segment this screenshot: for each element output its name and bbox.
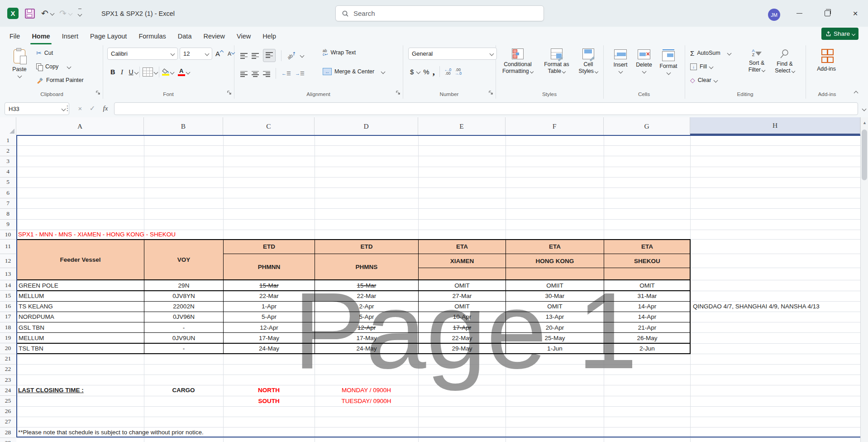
cell-A15[interactable]: MELLUM [16, 291, 144, 302]
decrease-indent-button[interactable]: ←☰ [281, 71, 291, 77]
cell-A18[interactable]: GSL TBN [16, 322, 144, 333]
copy-button[interactable]: Copy [36, 60, 84, 73]
column-header-C[interactable]: C [223, 117, 315, 135]
formula-input[interactable] [114, 102, 858, 115]
cell-C25-south[interactable]: SOUTH [223, 396, 315, 406]
cell-D15[interactable]: 22-Mar [315, 291, 419, 302]
fill-color-button[interactable] [161, 66, 171, 78]
row-header-7[interactable]: 7 [0, 198, 16, 209]
tab-help[interactable]: Help [257, 27, 282, 45]
header-cell-shekou[interactable]: SHEKOU [604, 254, 691, 269]
addins-button[interactable]: Add-ins [813, 47, 840, 72]
row-header-17[interactable]: 17 [0, 312, 16, 322]
bold-button[interactable]: B [109, 66, 116, 78]
header-cell-eta-3[interactable]: ETA [604, 239, 691, 254]
header-cell-phmnn[interactable]: PHMNN [223, 254, 315, 281]
row-header-26[interactable]: 26 [0, 406, 16, 417]
middle-align-button[interactable] [252, 52, 259, 59]
tab-formulas[interactable]: Formulas [133, 27, 172, 45]
row-header-29[interactable]: 29 [0, 437, 16, 442]
cell-D25-south-time[interactable]: TUESDAY/ 0900H [315, 396, 418, 406]
share-button[interactable]: Share [821, 28, 858, 40]
row-header-25[interactable]: 25 [0, 396, 16, 407]
row-header-9[interactable]: 9 [0, 219, 16, 230]
cell-F14[interactable]: OMIIT [506, 280, 604, 291]
tab-view[interactable]: View [231, 27, 257, 45]
cell-D24-north-time[interactable]: MONDAY / 0900H [315, 385, 418, 395]
sort-filter-button[interactable]: AZ Sort &Filter [744, 47, 770, 73]
cell-A14[interactable]: GREEN POLE [16, 280, 144, 291]
undo-icon[interactable]: ↶ [41, 9, 48, 18]
sheet-grid[interactable]: Page 1 Feeder VesselVOYETDPHMNNETDPHMNSE… [16, 135, 860, 442]
cell-G20[interactable]: 2-Jun [604, 343, 691, 354]
header-cell-etd-1[interactable]: ETD [223, 239, 315, 254]
wrap-text-button[interactable]: abc↩ Wrap Text [323, 49, 356, 56]
collapse-ribbon-button[interactable] [854, 89, 858, 97]
scroll-up-icon[interactable]: ▲ [861, 117, 868, 128]
avatar[interactable]: JM [768, 9, 780, 21]
cell-D17[interactable]: 5-Apr [315, 312, 419, 322]
cell-A28-footnote[interactable]: **Please note that schedule is subject t… [18, 427, 204, 437]
cell-D18[interactable]: 12-Apr [315, 322, 419, 333]
cell-G19[interactable]: 26-May [604, 332, 691, 343]
percent-button[interactable]: % [423, 68, 429, 76]
row-header-12[interactable]: 12 [0, 254, 16, 269]
header-cell-blank-f13[interactable] [506, 268, 604, 280]
align-right-button[interactable] [263, 70, 270, 77]
customize-qat-icon[interactable] [78, 9, 81, 18]
underline-chevron-icon[interactable] [134, 70, 138, 74]
italic-button[interactable]: I [116, 66, 127, 78]
cell-B20[interactable]: - [144, 343, 224, 354]
conditional-formatting-button[interactable]: ConditionalFormatting [498, 46, 537, 75]
format-painter-button[interactable]: Format Painter [36, 73, 84, 87]
excel-app-icon[interactable]: X [7, 8, 19, 19]
cell-styles-button[interactable]: CellStyles [575, 46, 601, 75]
cell-B16[interactable]: 22002N [144, 301, 224, 312]
format-cells-button[interactable]: Format [657, 45, 680, 74]
tab-page-layout[interactable]: Page Layout [84, 27, 133, 45]
cell-C14[interactable]: 15-Mar [223, 280, 315, 291]
cell-B24-cargo[interactable]: CARGO [144, 385, 223, 395]
cell-E16[interactable]: OMIT [418, 301, 506, 312]
column-header-H[interactable]: H [690, 117, 860, 135]
row-header-21[interactable]: 21 [0, 354, 16, 365]
header-cell-hong-kong[interactable]: HONG KONG [506, 254, 604, 269]
cell-F20[interactable]: 1-Jun [506, 343, 604, 354]
row-header-13[interactable]: 13 [0, 268, 16, 280]
font-color-button[interactable]: A [176, 66, 186, 78]
header-cell-blank-g13[interactable] [604, 268, 691, 280]
row-header-3[interactable]: 3 [0, 156, 16, 167]
cell-G14[interactable]: OMIT [604, 280, 691, 291]
cell-D19[interactable]: 17-May [315, 332, 419, 343]
top-align-button[interactable] [240, 52, 248, 59]
row-header-11[interactable]: 11 [0, 239, 16, 254]
redo-icon[interactable]: ↷ [59, 9, 67, 18]
cell-A20[interactable]: TSL TBN [16, 343, 144, 354]
cell-A19[interactable]: MELLUM [16, 332, 144, 343]
cell-A24-last-closing-time[interactable]: LAST CLOSING TIME : [18, 385, 84, 395]
cell-B17[interactable]: 0JV96N [144, 312, 224, 322]
scrollbar-thumb[interactable] [862, 130, 867, 180]
undo-chevron-icon[interactable] [50, 11, 54, 16]
cell-F15[interactable]: 30-Mar [506, 291, 604, 302]
cell-D14[interactable]: 15-Mar [315, 280, 419, 291]
cell-B14[interactable]: 29N [144, 280, 224, 291]
comma-style-button[interactable]: , [433, 67, 435, 77]
cell-G15[interactable]: 31-Mar [604, 291, 691, 302]
cell-G18[interactable]: 21-Apr [604, 322, 691, 333]
cell-F16[interactable]: OMIT [506, 301, 604, 312]
borders-chevron-icon[interactable] [153, 70, 158, 74]
cell-A16[interactable]: TS KELANG [16, 301, 144, 312]
row-header-28[interactable]: 28 [0, 427, 16, 438]
row-header-2[interactable]: 2 [0, 145, 16, 156]
cell-C18[interactable]: 12-Apr [223, 322, 315, 333]
increase-indent-button[interactable]: →☰ [295, 71, 305, 77]
fill-color-chevron-icon[interactable] [170, 70, 174, 74]
font-name-select[interactable]: Calibri [107, 48, 178, 60]
column-header-E[interactable]: E [418, 117, 506, 135]
cell-H16[interactable]: QINGDAO 4/7, SHANGHAI 4/9, NANSHA 4/13 [693, 301, 820, 312]
vertical-scrollbar[interactable]: ▲ [860, 117, 868, 442]
cut-button[interactable]: ✂ Cut [36, 46, 84, 60]
align-center-button[interactable] [252, 70, 259, 77]
clipboard-dialog-launcher[interactable] [95, 89, 100, 97]
